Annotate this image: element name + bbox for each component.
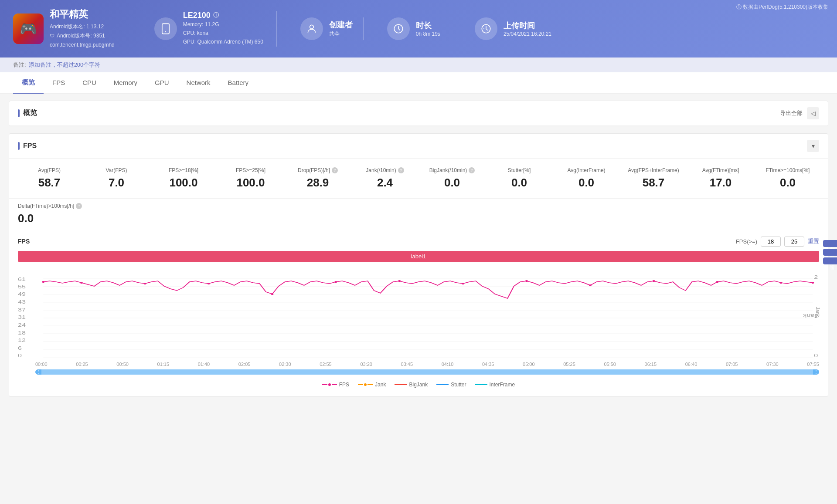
x-label-18: 07:30 — [766, 362, 779, 367]
stat-avg-fps-interframe: Avg(FPS+InterFrame) 58.7 — [622, 167, 685, 189]
stat-drop-fps-value: 28.9 — [286, 176, 349, 189]
delta-help-icon[interactable]: ? — [76, 203, 82, 209]
device-name-row: LE2100 ⓘ — [183, 11, 263, 20]
side-btn-3[interactable]: 留言 — [823, 257, 837, 264]
fps-chart-svg: 0 6 12 18 24 31 37 43 49 55 61 — [18, 264, 819, 359]
x-label-11: 04:35 — [482, 362, 494, 367]
tab-overview[interactable]: 概览 — [13, 72, 44, 94]
stat-bigjank-value: 0.0 — [421, 176, 483, 189]
chart-scrollbar[interactable]: ⋮ ⋮ — [35, 369, 819, 375]
tab-memory[interactable]: Memory — [105, 73, 146, 93]
device-name: LE2100 — [183, 11, 211, 20]
app-meta-row-3: com.tencent.tmgp.pubgmhd — [50, 41, 115, 49]
creator-value: 共伞 — [329, 30, 353, 37]
svg-text:24: 24 — [18, 322, 26, 328]
app-title-group: 和平精英 Android版本名: 1.13.12 🛡 Android版本号: 9… — [50, 8, 115, 50]
app-name: 和平精英 — [50, 8, 115, 21]
legend-jank: Jank — [358, 382, 386, 388]
stat-avg-fps: Avg(FPS) 58.7 — [18, 167, 81, 189]
side-btn-2[interactable]: 留言 — [823, 249, 837, 256]
duration-stat: 时长 0h 8m 19s — [377, 17, 451, 40]
device-gpu: GPU: Qualcomm Adreno (TM) 650 — [183, 37, 263, 46]
device-info: LE2100 ⓘ Memory: 11.2G CPU: kona GPU: Qu… — [141, 11, 277, 47]
stat-avg-ftime: Avg(FTime)[ms] 17.0 — [689, 167, 752, 189]
svg-point-39 — [589, 284, 592, 286]
device-memory: Memory: 11.2G — [183, 20, 263, 29]
device-info-icon[interactable]: ⓘ — [213, 11, 219, 19]
svg-point-35 — [334, 281, 337, 283]
bigjank-help-icon[interactable]: ? — [469, 167, 475, 173]
stat-avg-interframe: Avg(InterFrame) 0.0 — [555, 167, 618, 189]
reset-btn[interactable]: 重置 — [808, 237, 819, 245]
tab-cpu[interactable]: CPU — [74, 73, 105, 93]
app-info: 和平精英 Android版本名: 1.13.12 🛡 Android版本号: 9… — [13, 8, 128, 50]
fps-title-bar — [18, 142, 20, 150]
shield-icon: 🛡 — [50, 32, 54, 40]
export-btn[interactable]: 导出全部 — [780, 109, 803, 117]
header: ① 数据由PerfDog(5.1.210300)版本收集 和平精英 Androi… — [0, 0, 837, 58]
fps-threshold-controls: FPS(>=) 重置 — [736, 237, 819, 247]
svg-point-37 — [462, 283, 464, 284]
scrollbar-handle-left[interactable]: ⋮ — [35, 369, 41, 375]
svg-text:0: 0 — [18, 353, 22, 358]
x-label-3: 01:15 — [157, 362, 170, 367]
tab-fps[interactable]: FPS — [44, 73, 74, 93]
scrollbar-handle-right[interactable]: ⋮ — [813, 369, 819, 375]
svg-point-42 — [780, 282, 783, 284]
jank-y-label: Jank — [815, 307, 820, 317]
svg-point-34 — [271, 293, 274, 295]
svg-point-43 — [811, 282, 814, 284]
x-label-12: 05:00 — [523, 362, 535, 367]
side-btn-1[interactable]: 留言 — [823, 240, 837, 247]
duration-text: 时长 0h 8m 19s — [416, 20, 440, 37]
android-build: Android版本号: 9351 — [57, 32, 105, 40]
svg-point-31 — [80, 282, 83, 284]
fps-stats-grid: Avg(FPS) 58.7 Var(FPS) 7.0 FPS>=18[%] 10… — [9, 159, 828, 199]
x-label-8: 03:20 — [360, 362, 372, 367]
notes-link[interactable]: 添加备注，不超过200个字符 — [29, 61, 101, 69]
overview-collapse-btn[interactable]: ◁ — [807, 107, 819, 119]
svg-text:61: 61 — [18, 277, 26, 282]
upload-icon — [475, 17, 497, 40]
app-meta: Android版本名: 1.13.12 🛡 Android版本号: 9351 c… — [50, 23, 115, 50]
fps-section-header: FPS ▾ — [9, 134, 828, 159]
drop-fps-help-icon[interactable]: ? — [332, 167, 338, 173]
stat-bigjank-label: BigJank(/10min) ? — [421, 167, 483, 173]
fps-delta-section: Delta(FTime)>100ms[/h] ? 0.0 — [9, 199, 828, 232]
stat-stutter: Stutter[%] 0.0 — [488, 167, 551, 189]
x-label-2: 00:50 — [116, 362, 129, 367]
duration-value: 0h 8m 19s — [416, 31, 440, 37]
stat-var-fps: Var(FPS) 7.0 — [85, 167, 148, 189]
legend-jank-label: Jank — [375, 382, 386, 388]
stat-avg-interframe-value: 0.0 — [555, 176, 618, 189]
chart-scrollbar-thumb[interactable]: ⋮ ⋮ — [35, 369, 819, 375]
svg-point-40 — [653, 280, 655, 282]
tab-gpu[interactable]: GPU — [146, 73, 178, 93]
overview-title-text: 概览 — [23, 108, 37, 118]
fps-threshold-18-input[interactable] — [761, 237, 781, 247]
fps-delta-value: 0.0 — [18, 212, 819, 225]
tab-battery[interactable]: Battery — [219, 73, 258, 93]
x-axis-labels: 00:00 00:25 00:50 01:15 01:40 02:05 02:3… — [18, 361, 819, 367]
jank-help-icon[interactable]: ? — [398, 167, 404, 173]
x-label-1: 00:25 — [76, 362, 88, 367]
fps-threshold-25-input[interactable] — [784, 237, 804, 247]
stat-jank: Jank(/10min) ? 2.4 — [354, 167, 416, 189]
x-label-4: 01:40 — [198, 362, 210, 367]
svg-text:12: 12 — [18, 338, 26, 343]
app-meta-row-2: 🛡 Android版本号: 9351 — [50, 32, 115, 40]
tabs-bar: 概览 FPS CPU Memory GPU Network Battery — [0, 72, 837, 94]
svg-text:18: 18 — [18, 330, 26, 335]
fps-section: FPS ▾ Avg(FPS) 58.7 Var(FPS) 7.0 FPS>=18… — [9, 133, 828, 397]
notes-bar: 备注: 添加备注，不超过200个字符 — [0, 58, 837, 72]
stat-avg-fps-interframe-value: 58.7 — [622, 176, 685, 189]
tab-network[interactable]: Network — [178, 73, 219, 93]
svg-point-30 — [42, 281, 44, 283]
chart-scrollbar-wrapper: ⋮ ⋮ — [18, 369, 819, 375]
fps-collapse-btn[interactable]: ▾ — [807, 140, 819, 152]
duration-icon — [387, 17, 410, 40]
creator-icon — [300, 17, 323, 40]
svg-text:31: 31 — [18, 315, 26, 320]
creator-text: 创建者 共伞 — [329, 20, 353, 37]
svg-point-41 — [716, 281, 719, 283]
